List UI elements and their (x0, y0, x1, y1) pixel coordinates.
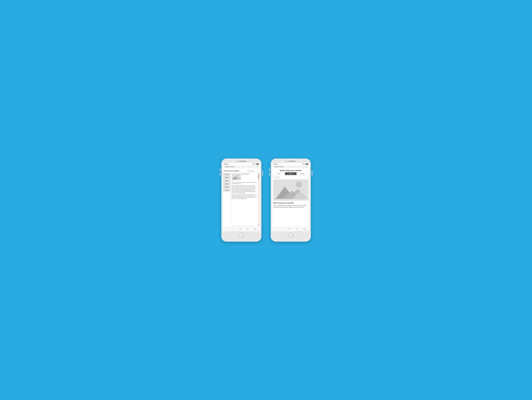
wifi-icon: ∿ (228, 164, 229, 165)
tab-contact[interactable]: Contact (297, 172, 308, 175)
non-responsive-label: Non Responsive (242, 173, 249, 181)
home-button-right[interactable] (288, 233, 293, 238)
phone-top-area-right (272, 161, 309, 162)
responsive-section-title: Mobile Responsive Example (272, 202, 309, 204)
signal-dots-right (273, 164, 277, 165)
battery-fill-right (306, 164, 308, 165)
search-placeholder-left: Search (250, 170, 254, 171)
search-box-left[interactable]: 🔍 Search (247, 170, 259, 172)
battery-icon (256, 164, 259, 165)
copy-button-left[interactable]: ❏ (254, 228, 256, 230)
battery-fill (256, 164, 259, 165)
nav-home[interactable]: Home (223, 173, 230, 176)
share-button-right[interactable]: ⬆ (289, 228, 290, 230)
content-para2: Lorem ipsum pretium tristique duis mi a … (232, 185, 257, 194)
refresh-icon-left[interactable]: ↺ (257, 166, 258, 168)
side-nav: Home About Case Blog Produ Cont (223, 172, 231, 227)
phone-screen-right: ∿ 100% website example ↺ Mobile Responsi… (272, 163, 309, 231)
search-icon-right: 🔍 (274, 177, 276, 178)
tab-home[interactable]: Home (273, 172, 285, 175)
book-button-left[interactable]: ▭ (247, 228, 248, 230)
signal-dot-2 (225, 164, 225, 165)
signal-area-right: ∿ (273, 164, 279, 165)
phone-responsive: ∿ 100% website example ↺ Mobile Responsi… (271, 159, 311, 241)
signal-dot-r4 (276, 164, 276, 165)
earpiece-speaker (239, 161, 246, 162)
nav-blog[interactable]: Blog (223, 183, 230, 185)
battery-icon-right (305, 164, 308, 165)
battery-percentage-right: 100% (302, 164, 305, 165)
volume-down-button[interactable] (220, 173, 221, 176)
signal-dot-r1 (273, 164, 274, 165)
signal-dot-5 (227, 164, 228, 165)
nav-produ[interactable]: Produ (223, 186, 230, 188)
back-button-left[interactable]: ‹ (227, 228, 227, 230)
url-bar-left[interactable]: website example ↺ (224, 165, 259, 168)
battery-area: 100% (253, 164, 259, 165)
label-text: Non Responsive (242, 173, 249, 175)
page-heading-left: Non Responsive Website (224, 170, 239, 171)
mountain-svg-large (273, 179, 308, 201)
copy-button-right[interactable]: ❏ (304, 228, 305, 230)
tab-about[interactable]: About (285, 172, 297, 175)
phone-top-area (223, 161, 260, 162)
responsive-image (273, 179, 308, 201)
signal-dot-r5 (277, 164, 277, 165)
svg-point-6 (296, 181, 302, 187)
content-header-row: Non Responsive (232, 173, 257, 181)
url-text-left: website example (225, 166, 234, 167)
power-button-right[interactable] (312, 170, 312, 176)
forward-button-left[interactable]: › (233, 228, 234, 230)
book-button-right[interactable]: ▭ (296, 228, 298, 230)
non-responsive-content-area: ▲ ▼ (231, 172, 260, 226)
signal-dot-r3 (275, 164, 276, 165)
signal-dot-3 (226, 164, 226, 165)
signal-dots (224, 164, 228, 165)
power-button[interactable] (262, 170, 263, 176)
wifi-icon-right: ∿ (278, 164, 279, 165)
nav-about[interactable]: About (223, 176, 230, 179)
back-button-right[interactable]: ‹ (276, 228, 277, 230)
refresh-icon-right[interactable]: ↺ (306, 166, 307, 168)
page-title-left: Non Responsive Website 🔍 Search (223, 169, 260, 172)
phone-screen-left: ∿ 100% website example ↺ Non Responsive … (223, 163, 260, 231)
scroll-up-button[interactable]: ▲ (258, 173, 259, 175)
svg-point-1 (237, 175, 239, 176)
status-bar-right: ∿ 100% (272, 163, 309, 165)
search-placeholder-right: Search (276, 177, 280, 178)
nav-case[interactable]: Case (223, 179, 230, 182)
nav-tabs: Home About Contact (273, 172, 308, 175)
scroll-track (258, 175, 259, 224)
front-camera-right (286, 161, 287, 162)
battery-percentage: 100% (253, 164, 256, 165)
signal-dot-1 (224, 164, 225, 165)
responsive-page-title: Mobile Responsive Website (272, 169, 309, 172)
front-camera (237, 161, 238, 162)
url-text-right: website example (274, 166, 284, 167)
signal-dot-r2 (274, 164, 275, 165)
status-bar-left: ∿ 100% (223, 163, 260, 165)
content-para1: This is a non responsive design, notice … (232, 182, 257, 184)
home-button-left[interactable] (239, 233, 244, 238)
nav-cont[interactable]: Cont (223, 189, 230, 192)
volume-down-button-right[interactable] (269, 173, 270, 176)
volume-up-button-right[interactable] (269, 168, 270, 171)
forward-button-right[interactable]: › (283, 228, 283, 230)
share-button-left[interactable]: ⬆ (240, 228, 241, 230)
placeholder-image-small (232, 173, 241, 180)
responsive-content: Mobile Responsive Website Home About Con… (272, 169, 309, 227)
url-bar-right[interactable]: website example ↺ (273, 165, 308, 168)
non-responsive-layout: Home About Case Blog Produ Cont ▲ ▼ (223, 172, 260, 227)
mountain-svg-small (232, 174, 241, 180)
scroll-down-button[interactable]: ▼ (258, 224, 259, 226)
search-bar-responsive[interactable]: 🔍 Search (273, 176, 308, 178)
signal-dot-4 (227, 164, 227, 165)
signal-area: ∿ (224, 164, 229, 165)
search-icon-left: 🔍 (248, 170, 250, 171)
battery-area-right: 100% (302, 164, 308, 165)
bottom-toolbar-right: ‹ › ⬆ ▭ ❏ (272, 227, 309, 231)
responsive-description: This is a mobile responsive design, noti… (272, 204, 309, 208)
volume-up-button[interactable] (220, 168, 221, 171)
scroll-thumb[interactable] (258, 175, 259, 179)
bottom-toolbar-left: ‹ › ⬆ ▭ ❏ (223, 227, 260, 231)
